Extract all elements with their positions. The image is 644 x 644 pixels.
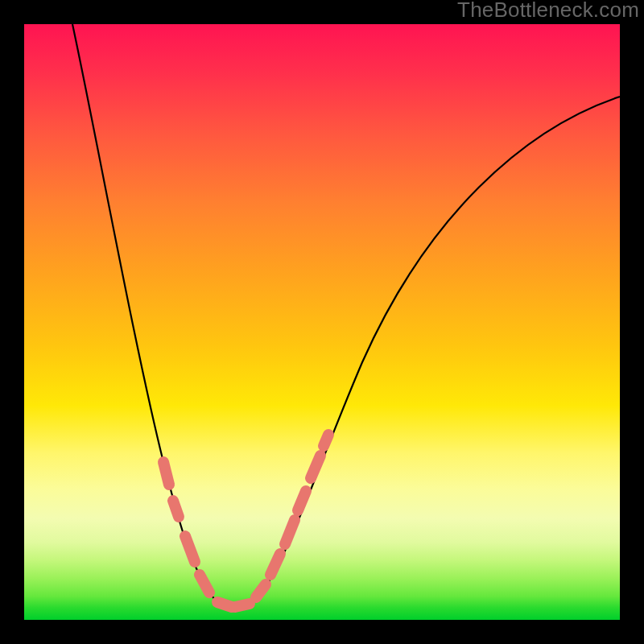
plot-area [24, 24, 620, 620]
curve-overlay [24, 24, 620, 620]
marker-group [163, 435, 328, 607]
chart-container: TheBottleneck.com [0, 0, 644, 644]
bottleneck-curve [72, 24, 620, 610]
watermark-text: TheBottleneck.com [457, 0, 639, 23]
